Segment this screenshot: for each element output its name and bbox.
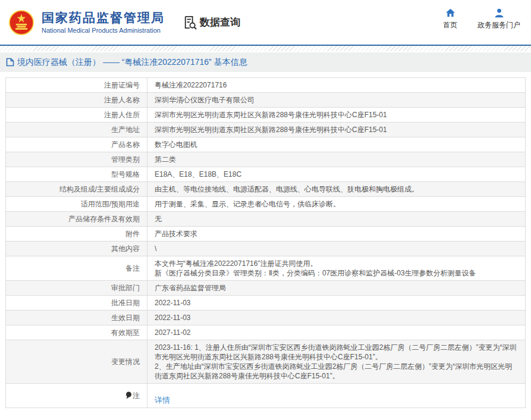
nav-home[interactable]: 首页 <box>443 8 457 30</box>
breadcrumb: 境内医疗器械（注册） —— “粤械注准20222071716” 基本信息 <box>0 52 531 72</box>
row-label: 注 <box>6 384 147 408</box>
nav-gov-portal[interactable]: 政务服务门户 <box>477 8 520 30</box>
table-row: 管理类别 第二类 <box>6 152 526 167</box>
row-value: 数字心电图机 <box>147 137 526 152</box>
row-label: 生效日期 <box>6 311 147 325</box>
nav-gov-portal-label: 政务服务门户 <box>477 20 520 30</box>
table-row: 其他内容 \ <box>6 242 526 256</box>
table-row: 批准日期 2022-11-03 <box>6 296 526 311</box>
page-header: 国家药品监督管理局 National Medical Products Admi… <box>0 0 531 45</box>
table-row: 注册人名称 深圳华清心仪医疗电子有限公司 <box>6 93 526 108</box>
row-label: 附件 <box>6 227 147 242</box>
row-label: 注册证编号 <box>6 78 147 93</box>
row-value: 2027-11-02 <box>147 325 526 340</box>
row-value: 第二类 <box>147 152 526 167</box>
table-row: 型号规格 E18A、E18、E18B、E18C <box>6 167 526 182</box>
row-value: 本文件与“粤械注准20222071716”注册证共同使用。 新《医疗器械分类目录… <box>147 256 526 281</box>
table-row: 变更情况 2023-11-16: 1、注册人住所由“深圳市宝安区西乡街道铁岗路蚝… <box>6 340 526 384</box>
row-label: 型号规格 <box>6 167 147 182</box>
row-value: 用于测量、采集、显示、记录患者心电信号，供临床诊断。 <box>147 197 526 212</box>
row-value: 2022-11-03 <box>147 296 526 311</box>
table-row: 注册人住所 深圳市光明区光明街道东周社区兴新路288号康佳光明科技中心C座F15… <box>6 108 526 123</box>
row-value: 产品技术要求 <box>147 227 526 242</box>
row-label: 审批部门 <box>6 281 147 296</box>
table-row: 适用范围/预期用途 用于测量、采集、显示、记录患者心电信号，供临床诊断。 <box>6 197 526 212</box>
breadcrumb-text: 境内医疗器械（注册） —— “粤械注准20222071716” 基本信息 <box>17 57 247 68</box>
row-value: 广东省药品监督管理局 <box>147 281 526 296</box>
note-label: 注 <box>133 391 140 400</box>
national-emblem-icon <box>8 10 34 36</box>
row-label: 批准日期 <box>6 296 147 311</box>
row-value: 深圳市光明区光明街道东周社区兴新路288号康佳光明科技中心C座F15-01 <box>147 123 526 137</box>
row-label: 生产地址 <box>6 123 147 137</box>
row-value: 2023-11-16: 1、注册人住所由“深圳市宝安区西乡街道铁岗路蚝业工业园2… <box>147 340 526 384</box>
row-value: 无 <box>147 212 526 227</box>
brand-logo: 国家药品监督管理局 National Medical Products Admi… <box>8 10 165 36</box>
detail-link[interactable]: 详情 <box>155 396 170 405</box>
table-row: 生效日期 2022-11-03 <box>6 311 526 325</box>
table-row: 审批部门 广东省药品监督管理局 <box>6 281 526 296</box>
header-nav: 首页 政务服务门户 <box>443 8 520 30</box>
pin-icon <box>125 391 132 399</box>
site-title: 国家药品监督管理局 <box>42 11 165 25</box>
row-label: 备注 <box>6 256 147 281</box>
row-value: 详情 <box>147 384 526 408</box>
site-subtitle: National Medical Products Administration <box>42 26 165 35</box>
row-value: 2022-11-03 <box>147 311 526 325</box>
document-icon <box>6 58 14 67</box>
table-row-note: 注 详情 <box>6 384 526 408</box>
row-label: 注册人名称 <box>6 93 147 108</box>
row-label: 适用范围/预期用途 <box>6 197 147 212</box>
row-value: 由主机、等电位接地线、电源适配器、电源线、心电导联线、肢电极和胸电极组成。 <box>147 182 526 197</box>
row-label: 变更情况 <box>6 340 147 384</box>
row-value: 粤械注准20222071716 <box>147 78 526 93</box>
row-value: 深圳市光明区光明街道东周社区兴新路288号康佳光明科技中心C座F15-01 <box>147 108 526 123</box>
row-label: 管理类别 <box>6 152 147 167</box>
table-row: 附件 产品技术要求 <box>6 227 526 242</box>
table-row: 生产地址 深圳市光明区光明街道东周社区兴新路288号康佳光明科技中心C座F15-… <box>6 123 526 137</box>
nav-home-label: 首页 <box>443 20 457 30</box>
table-row: 产品储存条件及有效期 无 <box>6 212 526 227</box>
row-label: 产品名称 <box>6 137 147 152</box>
hatch-band <box>0 46 531 51</box>
row-label: 结构及组成/主要组成成分 <box>6 182 147 197</box>
row-label: 产品储存条件及有效期 <box>6 212 147 227</box>
row-label: 注册人住所 <box>6 108 147 123</box>
home-icon <box>445 8 455 18</box>
table-row: 注册证编号 粤械注准20222071716 <box>6 78 526 93</box>
table-row: 有效期至 2027-11-02 <box>6 325 526 340</box>
registration-info-table: 注册证编号 粤械注准20222071716 注册人名称 深圳华清心仪医疗电子有限… <box>5 77 526 408</box>
data-query-entry[interactable]: 数据查询 <box>184 15 240 30</box>
row-label: 有效期至 <box>6 325 147 340</box>
table-row: 备注 本文件与“粤械注准20222071716”注册证共同使用。 新《医疗器械分… <box>6 256 526 281</box>
row-value: E18A、E18、E18B、E18C <box>147 167 526 182</box>
brand-text: 国家药品监督管理局 National Medical Products Admi… <box>42 11 165 35</box>
row-value: \ <box>147 242 526 256</box>
doc-search-icon <box>184 15 197 30</box>
table-row: 结构及组成/主要组成成分 由主机、等电位接地线、电源适配器、电源线、心电导联线、… <box>6 182 526 197</box>
row-label: 其他内容 <box>6 242 147 256</box>
data-query-label: 数据查询 <box>200 15 240 29</box>
table-row: 产品名称 数字心电图机 <box>6 137 526 152</box>
row-value: 深圳华清心仪医疗电子有限公司 <box>147 93 526 108</box>
user-icon <box>494 8 504 18</box>
